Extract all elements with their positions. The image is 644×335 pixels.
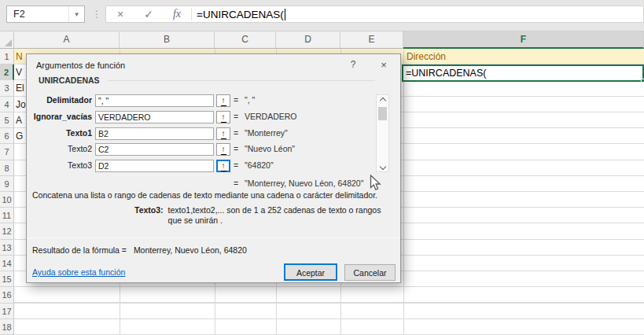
argument-result: VERDADERO — [245, 112, 297, 121]
row-header-5[interactable]: 5 — [0, 112, 14, 128]
dialog-close-button[interactable]: × — [374, 59, 393, 72]
name-box[interactable]: F2 ▾ — [6, 6, 85, 23]
row-header-4[interactable]: 4 — [0, 97, 14, 112]
argument-result: "Nuevo Léon" — [245, 144, 295, 153]
row-header-7[interactable]: 7 — [0, 144, 14, 160]
row-header-9[interactable]: 9 — [0, 176, 14, 192]
help-link[interactable]: Ayuda sobre esta función — [32, 267, 125, 277]
insert-function-icon[interactable]: fx — [163, 8, 191, 20]
scroll-up-icon[interactable] — [379, 98, 385, 104]
row-header-17[interactable]: 17 — [0, 304, 14, 319]
dialog-scrollbar[interactable] — [376, 94, 389, 172]
equals-sign: = — [234, 179, 238, 188]
fill-handle[interactable] — [641, 79, 644, 83]
collapse-dialog-icon: ↑ — [221, 129, 226, 139]
column-header-F[interactable]: F — [403, 31, 644, 49]
argument-row-Texto3: Texto3D2↑="64820" — [27, 160, 400, 172]
argument-label: Delimitador — [28, 95, 92, 105]
collapse-dialog-button[interactable]: ↑ — [216, 160, 230, 172]
dialog-help-button[interactable]: ? — [344, 59, 362, 72]
equals-sign: = — [234, 128, 238, 138]
equals-sign: = — [234, 95, 238, 105]
cancel-icon[interactable]: × — [106, 8, 134, 20]
formula-result-label: Resultado de la fórmula = — [32, 245, 127, 255]
row-header-13[interactable]: 13 — [0, 240, 14, 256]
row-header-14[interactable]: 14 — [0, 256, 14, 271]
dialog-title: Argumentos de función — [36, 61, 125, 70]
collapse-dialog-button[interactable]: ↑ — [216, 127, 230, 140]
cell-F2-text: =UNIRCADENAS( — [406, 68, 486, 79]
formula-result-line: Resultado de la fórmula = Monterrey, Nue… — [32, 245, 394, 255]
argument-help-text: texto1,texto2,... son de 1 a 252 cadenas… — [168, 205, 394, 226]
collapse-dialog-button[interactable]: ↑ — [216, 111, 230, 123]
cancel-button[interactable]: Cancelar — [344, 264, 396, 281]
argument-row-Delimitador: Delimitador", "↑=", " — [27, 94, 400, 107]
row-header-11[interactable]: 11 — [0, 208, 14, 223]
argument-row-Texto1: Texto1B2↑="Monterrey" — [27, 127, 400, 140]
column-header-A[interactable]: A — [14, 31, 120, 49]
row-header-3[interactable]: 3 — [0, 80, 14, 96]
dialog-separator — [27, 237, 400, 238]
argument-row-Ignorar_vacías: Ignorar_vacíasVERDADERO↑=VERDADERO — [27, 111, 400, 123]
resize-dots-icon[interactable]: ⋮ — [92, 9, 101, 20]
argument-result: "64820" — [245, 160, 274, 170]
group-divider — [108, 80, 375, 81]
cell-F1[interactable]: Dirección — [407, 49, 446, 64]
collapse-dialog-icon: ↑ — [221, 96, 226, 106]
row-header-15[interactable]: 15 — [0, 271, 14, 287]
text-caret — [285, 9, 285, 20]
column-header-B[interactable]: B — [120, 31, 215, 49]
name-box-value[interactable]: F2 — [7, 9, 68, 20]
argument-result: "Monterrey" — [245, 128, 288, 138]
formula-input[interactable]: =UNIRCADENAS( — [197, 9, 284, 20]
formula-bar-divider — [191, 8, 192, 20]
column-header-C[interactable]: C — [215, 31, 276, 49]
row-header-8[interactable]: 8 — [0, 160, 14, 176]
select-all-triangle-icon — [5, 39, 12, 46]
row-header-6[interactable]: 6 — [0, 128, 14, 144]
function-arguments-dialog: Argumentos de función ? × UNIRCADENAS De… — [26, 53, 401, 283]
argument-label: Texto3 — [28, 160, 92, 170]
row-header-2[interactable]: 2 — [0, 64, 14, 80]
row-header-16[interactable]: 16 — [0, 287, 14, 303]
argument-label: Texto2 — [28, 144, 92, 153]
grid-vline — [403, 49, 404, 335]
argument-input[interactable]: ", " — [95, 94, 214, 107]
excel-window: F2 ▾ ⋮ × ✓ fx =UNIRCADENAS( ABCDEF 12345… — [0, 0, 644, 335]
collapse-dialog-button[interactable]: ↑ — [216, 94, 230, 107]
accept-button[interactable]: Aceptar — [284, 263, 337, 281]
row-header-12[interactable]: 12 — [0, 223, 14, 239]
formula-bar[interactable]: × ✓ fx =UNIRCADENAS( — [105, 6, 644, 23]
argument-result: ", " — [245, 95, 255, 105]
collapse-dialog-icon: ↑ — [221, 112, 226, 123]
scroll-down-icon[interactable] — [379, 164, 385, 170]
column-header-D[interactable]: D — [276, 31, 340, 49]
collapse-dialog-icon: ↑ — [221, 145, 226, 155]
row-header-10[interactable]: 10 — [0, 192, 14, 208]
argument-input[interactable]: VERDADERO — [95, 111, 214, 123]
function-name-label: UNIRCADENAS — [39, 75, 100, 85]
row-header-18[interactable]: 18 — [0, 319, 14, 335]
preview-result-value: "Monterrey, Nuevo Léon, 64820" — [245, 179, 363, 188]
argument-input[interactable]: C2 — [95, 143, 214, 156]
equals-sign: = — [234, 112, 238, 121]
column-header-E[interactable]: E — [340, 31, 403, 49]
enter-icon[interactable]: ✓ — [134, 8, 163, 20]
scrollbar-thumb[interactable] — [378, 107, 387, 120]
formula-bar-strip: F2 ▾ ⋮ × ✓ fx =UNIRCADENAS( — [0, 0, 644, 31]
name-box-dropdown-icon[interactable]: ▾ — [68, 6, 84, 22]
function-description: Concatena una lista o rango de cadenas d… — [32, 190, 396, 200]
argument-input[interactable]: D2 — [95, 160, 214, 172]
formula-result-value: Monterrey, Nuevo Léon, 64820 — [134, 245, 247, 255]
argument-label: Ignorar_vacías — [28, 112, 92, 121]
equals-sign: = — [234, 144, 238, 153]
argument-help: Texto3: texto1,texto2,... son de 1 a 252… — [134, 205, 394, 226]
argument-input[interactable]: B2 — [95, 127, 214, 140]
argument-label: Texto1 — [28, 128, 92, 138]
row-header-1[interactable]: 1 — [0, 49, 14, 64]
collapse-dialog-button[interactable]: ↑ — [216, 143, 230, 156]
mouse-cursor-icon — [370, 175, 381, 195]
select-all-corner[interactable] — [0, 31, 14, 49]
cell-F2-active[interactable]: =UNIRCADENAS( — [402, 64, 644, 82]
collapse-dialog-icon: ↑ — [221, 161, 226, 171]
